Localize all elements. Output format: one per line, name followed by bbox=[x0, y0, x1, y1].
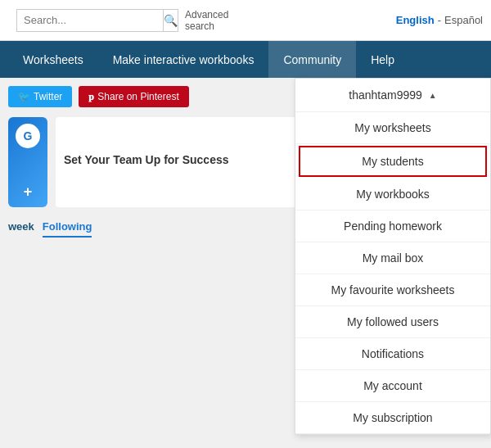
nav-bar: Worksheets Make interactive workbooks Co… bbox=[0, 41, 491, 78]
tab-following[interactable]: Following bbox=[43, 217, 92, 238]
search-input[interactable] bbox=[16, 9, 164, 32]
chevron-up-icon: ▲ bbox=[429, 91, 437, 100]
dropdown-item-my-mail-box[interactable]: My mail box bbox=[295, 242, 490, 274]
dropdown-username: thanhtam9999 bbox=[349, 88, 422, 102]
card-icon-plus: + bbox=[24, 183, 33, 201]
card-icon-letter: G bbox=[16, 124, 40, 148]
nav-item-community[interactable]: Community bbox=[268, 41, 356, 78]
dropdown-item-my-worksheets[interactable]: My worksheets bbox=[295, 112, 490, 144]
twitter-icon: 🐦 bbox=[18, 91, 30, 102]
dropdown-item-my-account[interactable]: My account bbox=[295, 370, 490, 402]
search-container: 🔍 Advanced search bbox=[16, 9, 196, 32]
pinterest-icon: 𝐩 bbox=[88, 91, 94, 102]
english-lang-link[interactable]: English bbox=[396, 14, 435, 26]
nav-item-worksheets[interactable]: Worksheets bbox=[8, 41, 98, 78]
language-links: English - Español bbox=[396, 14, 483, 26]
top-bar: 🔍 Advanced search English - Español bbox=[0, 0, 491, 41]
dropdown-item-my-followed-users[interactable]: My followed users bbox=[295, 306, 490, 338]
advanced-search-link[interactable]: Advanced search bbox=[185, 9, 228, 32]
dropdown-item-my-workbooks[interactable]: My workbooks bbox=[295, 179, 490, 210]
dropdown-item-my-students[interactable]: My students bbox=[299, 146, 487, 177]
espanol-lang-link[interactable]: Español bbox=[444, 14, 483, 26]
search-icon: 🔍 bbox=[164, 14, 178, 27]
lang-separator: - bbox=[438, 14, 441, 26]
dropdown-item-my-subscription[interactable]: My subscription bbox=[295, 402, 490, 434]
dropdown-item-notifications[interactable]: Notifications bbox=[295, 338, 490, 370]
dropdown-header[interactable]: thanhtam9999 ▲ bbox=[295, 79, 490, 112]
card-icon: G + bbox=[8, 117, 47, 207]
pinterest-share-button[interactable]: 𝐩 Share on Pinterest bbox=[79, 86, 188, 107]
tab-week[interactable]: week bbox=[8, 217, 34, 238]
nav-item-help[interactable]: Help bbox=[356, 41, 409, 78]
search-button[interactable]: 🔍 bbox=[164, 9, 178, 32]
twitter-share-button[interactable]: 🐦 Twitter bbox=[8, 86, 72, 107]
user-dropdown-menu: thanhtam9999 ▲ My worksheets My students… bbox=[295, 78, 491, 435]
dropdown-item-pending-homework[interactable]: Pending homework bbox=[295, 210, 490, 242]
dropdown-item-my-favourite-worksheets[interactable]: My favourite worksheets bbox=[295, 274, 490, 306]
main-content: 🐦 Twitter 𝐩 Share on Pinterest G + Set Y… bbox=[0, 78, 491, 448]
nav-item-make-interactive[interactable]: Make interactive workbooks bbox=[98, 41, 269, 78]
